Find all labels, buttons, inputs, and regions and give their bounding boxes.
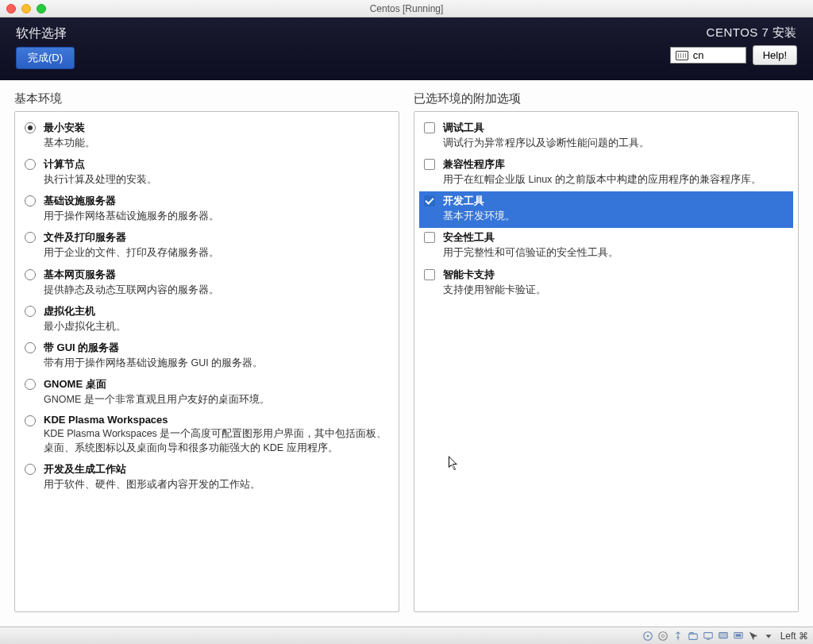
option-desc: 执行计算及处理的安装。 bbox=[44, 172, 389, 187]
base-env-panel: 最小安装基本功能。计算节点执行计算及处理的安装。基础设施服务器用于操作网络基础设… bbox=[14, 111, 399, 612]
option-desc: 用于完整性和可信验证的安全性工具。 bbox=[443, 245, 788, 260]
minimize-window-button[interactable] bbox=[21, 4, 31, 13]
vbox-hostkey-icon[interactable] bbox=[762, 630, 775, 642]
option-desc: 支持使用智能卡验证。 bbox=[443, 283, 788, 297]
env-option-minimal[interactable]: 最小安装基本功能。 bbox=[20, 118, 394, 155]
addon-option-security-tools[interactable]: 安全性工具用于完整性和可信验证的安全性工具。 bbox=[419, 228, 793, 264]
mouse-cursor-icon bbox=[449, 456, 460, 472]
option-title: 最小安装 bbox=[44, 121, 389, 135]
checkbox-icon bbox=[424, 269, 435, 280]
env-option-dev-workstation[interactable]: 开发及生成工作站用于软件、硬件、图形或者内容开发的工作站。 bbox=[20, 460, 394, 496]
radio-icon bbox=[25, 269, 36, 280]
zoom-window-button[interactable] bbox=[37, 4, 46, 13]
option-title: 虚拟化主机 bbox=[44, 304, 389, 318]
radio-icon bbox=[25, 122, 36, 133]
env-option-file-print-server[interactable]: 文件及打印服务器用于企业的文件、打印及存储服务器。 bbox=[20, 228, 394, 264]
vbox-optical-icon[interactable] bbox=[657, 630, 669, 642]
vbox-hdd-icon[interactable] bbox=[642, 630, 654, 642]
addons-header: 已选环境的附加选项 bbox=[414, 91, 799, 106]
addon-option-development-tools[interactable]: 开发工具基本开发环境。 bbox=[419, 191, 793, 228]
brand-text: CENTOS 7 安装 bbox=[707, 25, 797, 40]
vbox-recording-icon[interactable] bbox=[717, 630, 730, 642]
svg-rect-6 bbox=[719, 632, 727, 638]
svg-rect-4 bbox=[688, 634, 697, 639]
vbox-display-icon[interactable] bbox=[702, 630, 715, 642]
svg-rect-9 bbox=[735, 634, 741, 637]
env-option-basic-web-server[interactable]: 基本网页服务器提供静态及动态互联网内容的服务器。 bbox=[20, 265, 394, 302]
svg-rect-5 bbox=[703, 632, 712, 638]
radio-icon bbox=[25, 415, 36, 426]
option-title: 带 GUI 的服务器 bbox=[44, 341, 389, 355]
radio-icon bbox=[25, 232, 36, 243]
option-desc: 提供静态及动态互联网内容的服务器。 bbox=[44, 283, 389, 297]
base-env-header: 基本环境 bbox=[14, 91, 399, 106]
option-desc: 用于企业的文件、打印及存储服务器。 bbox=[44, 245, 389, 260]
keyboard-icon bbox=[676, 51, 688, 60]
addon-option-compat-libs[interactable]: 兼容性程序库用于在红帽企业版 Linux 的之前版本中构建的应用程序的兼容程序库… bbox=[419, 155, 793, 191]
option-desc: KDE Plasma Workspaces 是一个高度可配置图形用户界面，其中包… bbox=[44, 426, 389, 455]
option-title: 智能卡支持 bbox=[443, 268, 788, 282]
option-title: 文件及打印服务器 bbox=[44, 230, 389, 245]
option-title: KDE Plasma Workspaces bbox=[44, 414, 389, 426]
checkbox-icon bbox=[424, 195, 435, 206]
vbox-shared-folder-icon[interactable] bbox=[687, 630, 699, 642]
option-title: 开发及生成工作站 bbox=[44, 462, 389, 476]
option-desc: 用于在红帽企业版 Linux 的之前版本中构建的应用程序的兼容程序库。 bbox=[443, 172, 788, 187]
addon-option-debugging-tools[interactable]: 调试工具调试行为异常程序以及诊断性能问题的工具。 bbox=[419, 118, 793, 155]
addons-panel: 调试工具调试行为异常程序以及诊断性能问题的工具。兼容性程序库用于在红帽企业版 L… bbox=[414, 111, 799, 612]
option-title: 基础设施服务器 bbox=[44, 194, 389, 208]
option-desc: 用于操作网络基础设施服务的服务器。 bbox=[44, 209, 389, 223]
virtualbox-status-bar: Left ⌘ bbox=[0, 627, 813, 644]
keyboard-layout-code: cn bbox=[693, 49, 704, 61]
window-title: Centos [Running] bbox=[0, 3, 813, 14]
svg-point-3 bbox=[661, 634, 665, 638]
page-title: 软件选择 bbox=[16, 25, 75, 42]
checkbox-icon bbox=[424, 159, 435, 170]
env-option-infrastructure-server[interactable]: 基础设施服务器用于操作网络基础设施服务的服务器。 bbox=[20, 191, 394, 228]
installer-header: 软件选择 完成(D) CENTOS 7 安装 cn Help! bbox=[0, 17, 813, 80]
keyboard-layout-indicator[interactable]: cn bbox=[670, 47, 746, 64]
option-title: 调试工具 bbox=[443, 121, 788, 135]
radio-icon bbox=[25, 342, 36, 353]
option-title: GNOME 桌面 bbox=[44, 377, 389, 391]
vbox-mouse-integration-icon[interactable] bbox=[747, 630, 760, 642]
done-button[interactable]: 完成(D) bbox=[16, 47, 75, 69]
option-title: 开发工具 bbox=[443, 194, 788, 208]
vbox-usb-icon[interactable] bbox=[672, 630, 684, 642]
env-option-gnome-desktop[interactable]: GNOME 桌面GNOME 是一个非常直观且用户友好的桌面环境。 bbox=[20, 375, 394, 411]
env-option-server-with-gui[interactable]: 带 GUI 的服务器带有用于操作网络基础设施服务 GUI 的服务器。 bbox=[20, 338, 394, 375]
option-desc: 调试行为异常程序以及诊断性能问题的工具。 bbox=[443, 136, 788, 150]
svg-point-2 bbox=[658, 631, 667, 640]
option-desc: 带有用于操作网络基础设施服务 GUI 的服务器。 bbox=[44, 356, 389, 370]
env-option-compute-node[interactable]: 计算节点执行计算及处理的安装。 bbox=[20, 155, 394, 191]
env-option-virtualization-host[interactable]: 虚拟化主机最小虚拟化主机。 bbox=[20, 302, 394, 338]
option-desc: 基本功能。 bbox=[44, 136, 389, 150]
radio-icon bbox=[25, 464, 36, 475]
radio-icon bbox=[25, 195, 36, 206]
vbox-hostkey-label: Left ⌘ bbox=[780, 631, 808, 642]
option-desc: 最小虚拟化主机。 bbox=[44, 319, 389, 334]
option-desc: GNOME 是一个非常直观且用户友好的桌面环境。 bbox=[44, 392, 389, 407]
radio-icon bbox=[25, 306, 36, 317]
option-desc: 用于软件、硬件、图形或者内容开发的工作站。 bbox=[44, 477, 389, 492]
checkbox-icon bbox=[424, 122, 435, 133]
radio-icon bbox=[25, 379, 36, 390]
close-window-button[interactable] bbox=[6, 4, 16, 13]
env-option-kde-plasma[interactable]: KDE Plasma WorkspacesKDE Plasma Workspac… bbox=[20, 411, 394, 460]
option-title: 兼容性程序库 bbox=[443, 157, 788, 172]
vbox-network-icon[interactable] bbox=[732, 630, 745, 642]
option-title: 安全性工具 bbox=[443, 230, 788, 245]
option-desc: 基本开发环境。 bbox=[443, 209, 788, 223]
addon-option-smart-card[interactable]: 智能卡支持支持使用智能卡验证。 bbox=[419, 265, 793, 302]
option-title: 计算节点 bbox=[44, 157, 389, 172]
help-button[interactable]: Help! bbox=[753, 45, 797, 65]
checkbox-icon bbox=[424, 232, 435, 243]
svg-point-1 bbox=[646, 634, 649, 637]
option-title: 基本网页服务器 bbox=[44, 268, 389, 282]
radio-icon bbox=[25, 159, 36, 170]
